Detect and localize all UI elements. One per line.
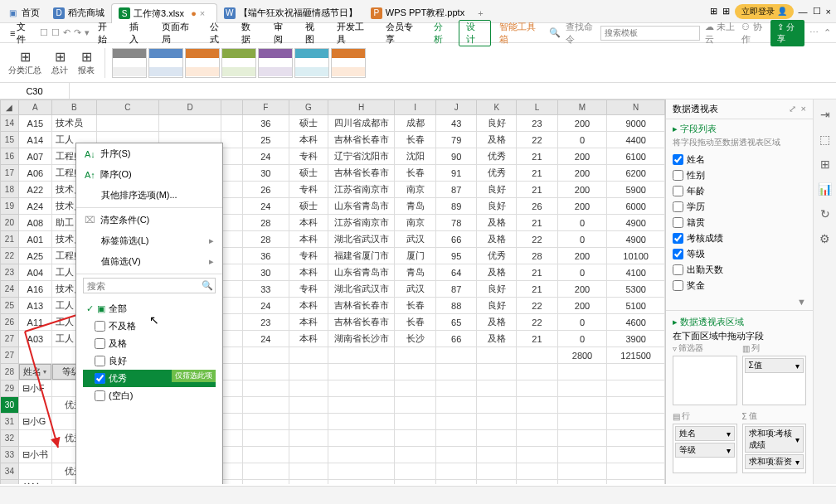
backup-icon[interactable]: ↻ xyxy=(820,207,830,220)
report-button[interactable]: ⊞报表 xyxy=(75,49,98,76)
sort-asc-icon: A↓ xyxy=(85,149,95,159)
filter-pass[interactable]: 及格 xyxy=(83,335,216,352)
expand-icon[interactable]: ⌃ xyxy=(824,27,831,38)
close-icon[interactable]: × xyxy=(200,8,210,18)
menu-view[interactable]: 视图 xyxy=(299,21,328,46)
menu-formula[interactable]: 公式 xyxy=(203,21,233,46)
col-headers[interactable]: ◢ ABCDFGHIJKLMN xyxy=(1,100,665,115)
search-input[interactable] xyxy=(600,26,700,41)
field-row[interactable]: 性别 xyxy=(673,167,806,183)
chevron-right-icon: ▸ xyxy=(209,235,214,246)
toolbar-icons[interactable]: ☐☐↶↷▾ xyxy=(40,27,90,38)
label-filter[interactable]: 标签筛选(L)▸ xyxy=(76,230,222,251)
drawer-icon[interactable]: ⇥ xyxy=(820,108,830,121)
chevron-right-icon: ▸ xyxy=(209,256,214,267)
maximize-icon[interactable]: ☐ xyxy=(813,6,821,17)
gear-icon[interactable]: ⚙ xyxy=(819,232,830,245)
menu-data[interactable]: 数据 xyxy=(235,21,265,46)
row-chip[interactable]: 姓名▾ xyxy=(675,426,735,441)
field-row[interactable]: 奖金 xyxy=(673,278,806,293)
blank-square-icon: ▣ xyxy=(97,303,105,314)
sort-desc[interactable]: A↑降序(O) xyxy=(76,164,222,185)
filter-good[interactable]: 良好 xyxy=(83,352,216,370)
classify-button[interactable]: ⊞分类汇总 xyxy=(5,49,45,76)
pivot-title: 数据透视表 xyxy=(673,103,718,115)
template-icon[interactable]: ⊞ xyxy=(820,158,830,171)
rows-icon: ▤ xyxy=(673,412,680,421)
sheet-area[interactable]: ◢ ABCDFGHIJKLMN 14A15技术员36硕士四川省成都市成都43良好… xyxy=(0,99,665,484)
main: ◢ ABCDFGHIJKLMN 14A15技术员36硕士四川省成都市成都43良好… xyxy=(0,99,836,484)
toolbar: ⊞分类汇总 ⊞总计 ⊞报表 xyxy=(0,43,836,83)
pivot-panel: 数据透视表 ⤢× ▸ 字段列表 将字段拖动至数据透视表区域 姓名性别年龄学历籍贯… xyxy=(665,99,813,484)
share-button[interactable]: ⇪ 分享 xyxy=(770,20,804,46)
menu-layout[interactable]: 页面布局 xyxy=(155,21,202,46)
menu-design[interactable]: 设计 xyxy=(459,20,490,46)
filter-blank[interactable]: (空白) xyxy=(83,387,216,405)
filters-area[interactable] xyxy=(673,356,737,405)
fields-hint: 将字段拖动至数据透视表区域 xyxy=(673,137,806,148)
name-box[interactable]: C30 xyxy=(0,83,70,99)
undock-icon[interactable]: ⤢ xyxy=(789,104,796,114)
file-menu[interactable]: ≡ 文件 xyxy=(5,19,38,47)
total-button[interactable]: ⊞总计 xyxy=(48,49,71,76)
menu-vip[interactable]: 会员专享 xyxy=(379,21,426,46)
val-chip[interactable]: 求和项:考核成绩▾ xyxy=(745,426,804,453)
minimize-icon[interactable]: — xyxy=(799,7,808,17)
sort-desc-icon: A↑ xyxy=(85,170,95,180)
row-chip[interactable]: 等级▾ xyxy=(675,443,735,458)
select-icon[interactable]: ⬚ xyxy=(819,133,830,146)
cols-area[interactable]: Σ值▾ xyxy=(742,356,807,405)
filter-icon[interactable]: ▼ xyxy=(673,297,806,307)
modified-dot: ● xyxy=(191,8,197,18)
filter-hdr-name[interactable]: 姓名▾ xyxy=(19,364,51,380)
field-row[interactable]: 出勤天数 xyxy=(673,262,806,278)
menu-dev[interactable]: 开发工具 xyxy=(330,21,377,46)
grid-icon[interactable]: ⊞ xyxy=(722,6,730,17)
menu-analysis[interactable]: 分析 xyxy=(427,21,457,46)
field-row[interactable]: 姓名 xyxy=(673,152,806,167)
more-icon[interactable]: ⋯ xyxy=(809,27,819,38)
close-icon[interactable]: × xyxy=(801,104,806,114)
clear-cond[interactable]: ⌧清空条件(C) xyxy=(76,210,222,230)
status-bar xyxy=(0,486,836,504)
cursor-icon: ↖ xyxy=(149,313,159,327)
search-cmd-icon[interactable]: 🔍 xyxy=(549,27,561,38)
filter-excellent[interactable]: 优秀仅筛选此项 xyxy=(83,370,216,387)
field-row[interactable]: 年龄 xyxy=(673,183,806,199)
table-row[interactable]: 14A15技术员36硕士四川省成都市成都43良好232009000 xyxy=(1,115,665,132)
login-button[interactable]: 立即登录 👤 xyxy=(735,4,794,19)
menu-insert[interactable]: 插入 xyxy=(123,21,153,46)
col-chip[interactable]: Σ值▾ xyxy=(745,358,804,373)
chart-icon[interactable]: 📊 xyxy=(818,182,832,196)
xls-icon: S xyxy=(119,7,130,19)
sort-asc[interactable]: A↓升序(S) xyxy=(76,143,222,164)
val-chip[interactable]: 求和项:薪资▾ xyxy=(745,454,804,469)
menu-review[interactable]: 审阅 xyxy=(267,21,297,46)
right-sidebar: ⇥ ⬚ ⊞ 📊 ↻ ⚙ xyxy=(813,99,836,484)
field-row[interactable]: 学历 xyxy=(673,199,806,215)
cols-icon: ▥ xyxy=(742,344,750,353)
collab-button[interactable]: ⚇ 协作 xyxy=(741,21,766,46)
style-gallery[interactable] xyxy=(112,48,366,78)
cloud-status[interactable]: ☁ 未上云 xyxy=(705,21,736,46)
check-icon: ✓ xyxy=(86,303,94,314)
corner-cell[interactable]: ◢ xyxy=(1,100,19,115)
value-filter[interactable]: 值筛选(V)▸ xyxy=(76,251,222,272)
only-badge[interactable]: 仅筛选此项 xyxy=(172,370,216,382)
areas-title: ▸ 数据透视表区域 xyxy=(673,316,806,328)
field-row[interactable]: 等级 xyxy=(673,246,806,262)
vals-icon: Σ xyxy=(742,412,747,421)
field-row[interactable]: 考核成绩 xyxy=(673,230,806,246)
close-icon[interactable]: × xyxy=(826,7,831,17)
menu-home[interactable]: 开始 xyxy=(91,21,121,46)
doc-icon: D xyxy=(53,7,65,19)
vals-area[interactable]: 求和项:考核成绩▾求和项:薪资▾ xyxy=(742,424,807,473)
menu-smart[interactable]: 智能工具箱 xyxy=(493,21,548,46)
pin-icon[interactable]: ⊞ xyxy=(710,6,717,17)
sort-more[interactable]: 其他排序选项(M)... xyxy=(76,185,222,206)
rows-area[interactable]: 姓名▾等级▾ xyxy=(673,424,737,473)
chevron-down-icon: ▾ xyxy=(795,361,800,371)
fields-title: ▸ 字段列表 xyxy=(673,123,806,135)
field-row[interactable]: 籍贯 xyxy=(673,215,806,230)
filter-search[interactable]: 🔍 xyxy=(83,278,216,293)
